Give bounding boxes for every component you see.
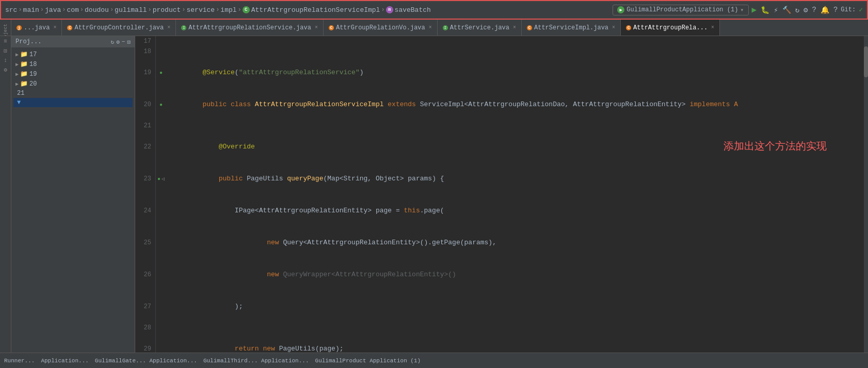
tab-icon-2: C — [67, 25, 72, 30]
tree-item-1[interactable]: ▶ 📁 17 — [13, 49, 133, 59]
tab-attr-service[interactable]: I AttrService.java × — [438, 20, 522, 36]
vertical-scrollbar[interactable] — [864, 36, 868, 353]
settings-gear-icon[interactable]: ⚙ — [116, 39, 120, 45]
class-icon: C — [243, 6, 250, 13]
refresh-icon[interactable]: ↻ — [111, 39, 115, 45]
tab-icon-4: C — [329, 25, 334, 30]
tab-label-1: ...java — [24, 24, 50, 31]
help-icon[interactable]: ? — [812, 6, 816, 14]
kw-public-23: public — [219, 175, 247, 182]
structure-icon[interactable]: ≡ — [4, 38, 7, 44]
lc-24: IPage<AttrAttrgroupRelationEntity> page … — [166, 195, 868, 227]
run-config-icon: ▶ — [617, 6, 624, 13]
tab-attrattr-relation-impl[interactable]: C AttrAttrgroupRela... × — [621, 20, 720, 36]
tab-attrgroup-relation-vo[interactable]: C AttrGroupRelationVo.java × — [324, 20, 438, 36]
ln-29: 29 — [135, 333, 156, 353]
breadcrumb-gulimall[interactable]: gulimall — [115, 6, 147, 14]
breadcrumb-method-label: saveBatch — [395, 6, 431, 14]
tree-item-3[interactable]: ▶ 📁 19 — [13, 69, 133, 79]
ln-28: 28 — [135, 323, 156, 333]
settings-icon[interactable]: ⚙ — [803, 6, 808, 14]
lc-20: public class AttrAttrgroupRelationServic… — [166, 89, 868, 121]
status-gate[interactable]: GulimallGate... Application... — [95, 358, 197, 364]
gutter-21 — [156, 121, 166, 131]
tree-item-5[interactable]: 21 — [13, 89, 133, 98]
tab-bar: Project j ...java × C AttrGroupControlle… — [0, 20, 868, 36]
breadcrumb-src[interactable]: src — [5, 6, 17, 14]
tree-item-4[interactable]: ▶ 📁 20 — [13, 79, 133, 89]
scrollbar-thumb[interactable] — [864, 46, 868, 77]
fold-icon[interactable]: ⚙ — [4, 66, 7, 73]
paren-open: ( — [235, 69, 239, 76]
tab-close-7[interactable]: × — [711, 25, 714, 30]
debug-icon[interactable]: 🐛 — [761, 6, 769, 14]
status-product[interactable]: GulimallProduct Application (1) — [315, 358, 421, 364]
tab-label-4: AttrGroupRelationVo.java — [336, 24, 425, 31]
tree-item-current[interactable]: ▼ — [13, 98, 133, 107]
tab-close-4[interactable]: × — [429, 25, 432, 30]
gutter-22 — [156, 131, 166, 163]
status-app[interactable]: Application... — [41, 358, 88, 364]
breadcrumb-class[interactable]: C AttrAttrgroupRelationServiceImpl — [243, 6, 380, 14]
sep2: › — [40, 6, 44, 13]
tab-close-5[interactable]: × — [513, 25, 516, 30]
status-runner[interactable]: Runner... — [4, 358, 35, 364]
tab-attr-service-impl[interactable]: C AttrServiceImpl.java × — [522, 20, 621, 36]
ln-27: 27 — [135, 291, 156, 323]
kw-new-26: new — [267, 271, 283, 278]
breadcrumb-doudou[interactable]: doudou — [85, 6, 109, 14]
project-title: Proj... — [15, 38, 41, 45]
diff-icon[interactable]: ↕ — [4, 57, 7, 63]
tab-java-partial[interactable]: j ...java × — [11, 20, 62, 36]
code-area[interactable]: 添加出这个方法的实现 17 18 19 ● @Service("attrAttr… — [135, 36, 868, 353]
breadcrumb-class-label: AttrAttrgroupRelationServiceImpl — [251, 6, 380, 14]
tree-item-2[interactable]: ▶ 📁 18 — [13, 59, 133, 69]
breadcrumb-product[interactable]: product — [153, 6, 181, 14]
notification-icon[interactable]: 🔔 — [821, 6, 829, 14]
run-icon[interactable]: ▶ — [752, 5, 757, 15]
kw-implements: implements — [689, 101, 734, 108]
run-config[interactable]: ▶ GulimallProductApplication (1) ▾ — [613, 5, 748, 15]
tab-attrattr-service[interactable]: I AttrAttrgroupRelationService.java × — [176, 20, 324, 36]
base-close: > — [682, 101, 690, 108]
tab-close-3[interactable]: × — [315, 25, 318, 30]
search-icon[interactable]: ? — [833, 6, 838, 14]
gutter-24 — [156, 195, 166, 227]
method-querypage: queryPage — [287, 175, 323, 182]
querywrapper-26: QueryWrapper<AttrAttrgroupRelationEntity… — [283, 271, 456, 278]
bookmark-icon[interactable]: ⊡ — [4, 47, 7, 54]
ln-22: 22 — [135, 131, 156, 163]
tab-label-3: AttrAttrgroupRelationService.java — [188, 24, 311, 31]
breadcrumb-impl[interactable]: impl — [220, 6, 236, 14]
gutter-29 — [156, 333, 166, 353]
breadcrumb-com[interactable]: com — [67, 6, 78, 14]
breadcrumb-java[interactable]: java — [45, 6, 61, 14]
gutter-20: ● — [156, 89, 166, 121]
string-service: "attrAttrgroupRelationService" — [239, 69, 360, 76]
close-panel-icon[interactable]: − — [122, 39, 125, 45]
tab-label-5: AttrService.java — [450, 24, 509, 31]
tab-close-6[interactable]: × — [612, 25, 615, 30]
sync-icon[interactable]: ↻ — [795, 6, 799, 14]
tab-close-1[interactable]: × — [53, 25, 56, 30]
breadcrumb-main[interactable]: main — [23, 6, 39, 14]
tab-icon-5: I — [443, 25, 448, 30]
expand-icon[interactable]: ⊡ — [127, 39, 131, 45]
tab-attrgroup-controller[interactable]: C AttrGroupController.java × — [62, 20, 176, 36]
breadcrumb-service[interactable]: service — [187, 6, 215, 14]
coverage-icon[interactable]: ⚡ — [774, 6, 778, 14]
build-icon[interactable]: 🔨 — [782, 6, 791, 14]
status-third[interactable]: GulimallThird... Application... — [203, 358, 309, 364]
ln-17: 17 — [135, 36, 156, 46]
gutter-green-19: ● — [159, 70, 163, 76]
project-tree: ▶ 📁 17 ▶ 📁 18 ▶ 📁 19 ▶ 📁 20 21 — [11, 47, 135, 109]
breadcrumb-method[interactable]: m saveBatch — [386, 6, 431, 14]
tab-label-7: AttrAttrgroupRela... — [633, 24, 708, 31]
kw-class-20: class — [231, 101, 255, 108]
line-27: 27 ); — [135, 291, 868, 323]
ln-23: 23 — [135, 163, 156, 195]
ln-25: 25 — [135, 227, 156, 259]
tab-close-2[interactable]: × — [167, 25, 170, 30]
base-class: ServiceImpl< — [420, 101, 469, 108]
tab-icon-3: I — [181, 25, 186, 30]
